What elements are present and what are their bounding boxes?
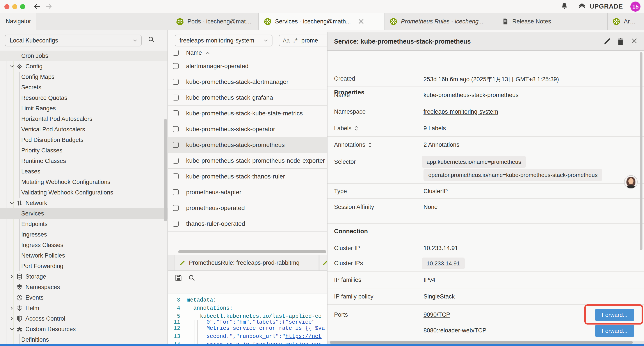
port-link[interactable]: 9090/TCP	[424, 311, 450, 318]
maximize-window-button[interactable]	[20, 4, 25, 9]
row-checkbox[interactable]	[173, 63, 179, 69]
avatar[interactable]	[624, 175, 638, 189]
sidebar-item-resource-quotas[interactable]: Resource Quotas	[0, 93, 168, 103]
table-row[interactable]: prometheus-adapter	[168, 184, 327, 200]
close-icon[interactable]	[631, 37, 638, 44]
sidebar-item-secrets[interactable]: Secrets	[0, 82, 168, 93]
editor-tab-prometheusrule[interactable]: PrometheusRule: freeleaps-prod-rabbitmq	[174, 255, 318, 271]
sidebar-item-events[interactable]: Events	[0, 292, 168, 303]
sidebar-item-config[interactable]: Config	[0, 61, 168, 72]
sidebar-item-horizontal-pod-autoscalers[interactable]: Horizontal Pod Autoscalers	[0, 114, 168, 124]
notification-badge[interactable]: 15	[630, 1, 640, 11]
match-case-toggle[interactable]: Aa	[283, 37, 290, 44]
sidebar-item-limit-ranges[interactable]: Limit Ranges	[0, 103, 168, 114]
tab-navigator[interactable]: Navigator	[0, 13, 36, 30]
editor-search-icon[interactable]	[188, 274, 195, 281]
close-window-button[interactable]	[4, 4, 10, 9]
tab-services-icecheng-math[interactable]: Services - icecheng@math...	[259, 13, 385, 30]
table-header: Name	[168, 47, 327, 58]
row-checkbox[interactable]	[173, 158, 179, 164]
row-checkbox[interactable]	[173, 221, 179, 227]
table-row[interactable]: alertmanager-operated	[168, 58, 327, 74]
property-label: IP family policy	[334, 293, 374, 300]
bell-icon[interactable]	[561, 2, 568, 10]
filter-input[interactable]: Aa .* prome	[279, 34, 327, 46]
delete-icon[interactable]	[617, 37, 624, 46]
sidebar-item-access-control[interactable]: Access Control	[0, 313, 168, 324]
sort-ascending-icon[interactable]	[205, 51, 210, 55]
table-row[interactable]: kube-prometheus-stack-thanos-ruler	[168, 169, 327, 184]
sidebar-item-ingress-classes[interactable]: Ingress Classes	[0, 240, 168, 250]
upgrade-chevrons-icon[interactable]	[578, 3, 586, 10]
sidebar-item-services[interactable]: Services	[0, 208, 168, 219]
detail-horizontal-scrollbar[interactable]	[330, 342, 633, 344]
select-all-checkbox[interactable]	[173, 50, 179, 56]
row-checkbox[interactable]	[173, 95, 179, 100]
yaml-editor[interactable]: 3metadata:4 annotations:5 kubectl.kubern…	[168, 294, 327, 344]
detail-vertical-scrollbar[interactable]	[640, 52, 642, 250]
sidebar-item-endpoints[interactable]: Endpoints	[0, 219, 168, 229]
regex-toggle[interactable]: .*	[293, 37, 298, 44]
code-link[interactable]: https://net	[286, 333, 322, 340]
sidebar-item-ingresses[interactable]: Ingresses	[0, 229, 168, 240]
forward-button-highlight	[584, 304, 643, 325]
sidebar-search-icon[interactable]	[148, 36, 155, 43]
upgrade-button[interactable]: UPGRADE	[590, 0, 623, 13]
row-checkbox[interactable]	[173, 79, 179, 85]
namespace-link[interactable]: freeleaps-monitoring-system	[424, 108, 498, 115]
sidebar-item-priority-classes[interactable]: Priority Classes	[0, 145, 168, 156]
tab-pods-icecheng-mathmas[interactable]: Pods - icecheng@mathmas...	[171, 13, 259, 30]
sidebar-item-validating-webhook-configurations[interactable]: Validating Webhook Configurations	[0, 187, 168, 198]
forward-icon[interactable]	[45, 2, 53, 10]
close-tab-icon[interactable]	[358, 18, 364, 25]
sidebar-item-leases[interactable]: Leases	[0, 166, 168, 177]
sidebar-item-helm[interactable]: Helm	[0, 303, 168, 313]
sidebar-item-namespaces[interactable]: Namespaces	[0, 282, 168, 292]
table-horizontal-scrollbar[interactable]	[178, 250, 326, 253]
sidebar-item-label: Endpoints	[21, 221, 48, 228]
table-row[interactable]: thanos-ruler-operated	[168, 216, 327, 232]
sidebar-item-definitions[interactable]: Definitions	[0, 335, 168, 344]
sidebar-scrollbar[interactable]	[164, 119, 167, 221]
kubeconfig-selector[interactable]: Local Kubeconfigs	[5, 34, 142, 46]
row-checkbox[interactable]	[173, 205, 179, 211]
save-icon[interactable]	[174, 274, 182, 282]
table-row[interactable]: prometheus-operated	[168, 200, 327, 216]
sidebar-item-pod-disruption-budgets[interactable]: Pod Disruption Budgets	[0, 135, 168, 145]
edit-icon[interactable]	[603, 37, 611, 45]
tab-argo-se[interactable]: Argo Se	[608, 13, 644, 30]
sidebar-item-storage[interactable]: Storage	[0, 271, 168, 282]
table-row[interactable]: kube-prometheus-stack-alertmanager	[168, 74, 327, 90]
table-row[interactable]: kube-prometheus-stack-operator	[168, 121, 327, 137]
namespace-selector[interactable]: freeleaps-monitoring-system	[175, 34, 272, 46]
editor-tab-partial[interactable]	[320, 255, 327, 271]
row-checkbox[interactable]	[173, 142, 179, 148]
back-icon[interactable]	[33, 2, 41, 10]
sidebar-item-network-policies[interactable]: Network Policies	[0, 250, 168, 261]
sidebar-item-cron-jobs[interactable]: Cron Jobs	[0, 50, 168, 61]
sidebar-item-custom-resources[interactable]: Custom Resources	[0, 324, 168, 335]
table-row[interactable]: kube-prometheus-stack-prometheus	[168, 137, 327, 153]
table-row[interactable]: kube-prometheus-stack-kube-state-metrics	[168, 106, 327, 121]
table-row[interactable]: kube-prometheus-stack-prometheus-node-ex…	[168, 153, 327, 169]
sidebar-item-port-forwarding[interactable]: Port Forwarding	[0, 261, 168, 271]
port-link[interactable]: 8080:reloader-web/TCP	[424, 327, 486, 334]
sidebar-item-vertical-pod-autoscalers[interactable]: Vertical Pod Autoscalers	[0, 124, 168, 135]
sidebar-item-config-maps[interactable]: Config Maps	[0, 72, 168, 82]
name-column-header[interactable]: Name	[186, 47, 202, 58]
port-forward-button[interactable]: Forward...	[595, 325, 634, 337]
sidebar-item-network[interactable]: Network	[0, 198, 168, 208]
minimize-window-button[interactable]	[12, 4, 17, 9]
row-checkbox[interactable]	[173, 126, 179, 132]
row-checkbox[interactable]	[173, 110, 179, 116]
tab-release-notes[interactable]: Release Notes	[497, 13, 608, 30]
services-table: alertmanager-operatedkube-prometheus-sta…	[168, 58, 327, 248]
shield-icon	[16, 315, 23, 322]
row-checkbox[interactable]	[173, 173, 179, 179]
row-checkbox[interactable]	[173, 189, 179, 195]
sidebar-item-mutating-webhook-configurations[interactable]: Mutating Webhook Configurations	[0, 177, 168, 187]
tab-prometheus-rules-icecheng[interactable]: Prometheus Rules - icecheng...	[385, 13, 497, 30]
table-row[interactable]: kube-prometheus-stack-grafana	[168, 90, 327, 106]
sidebar-item-runtime-classes[interactable]: Runtime Classes	[0, 156, 168, 166]
property-label: Annotations	[334, 141, 372, 148]
